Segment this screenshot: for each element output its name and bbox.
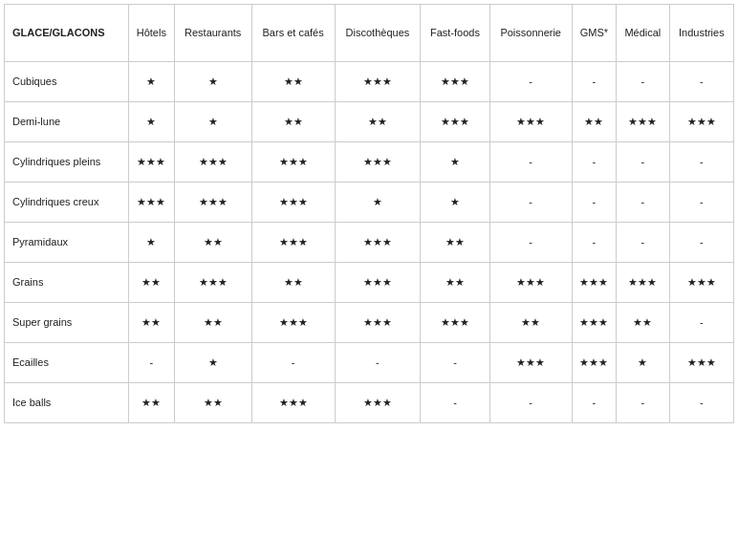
row-label: Demi-lune	[5, 102, 129, 142]
row-cell: ★★★	[669, 102, 733, 142]
table-row: Super grains★★★★★★★★★★★★★★★★★★★★-	[5, 303, 734, 343]
row-cell: ★★★	[335, 263, 421, 303]
row-label: Cylindriques creux	[5, 183, 129, 223]
row-cell: ★★★	[251, 142, 335, 183]
row-cell: ★★	[174, 303, 251, 343]
col-header-gms: GMS*	[572, 5, 616, 62]
row-cell: -	[335, 343, 421, 383]
row-cell: -	[572, 183, 616, 223]
row-cell: ★★	[489, 303, 572, 343]
row-cell: ★★	[174, 223, 251, 263]
row-cell: ★★★	[617, 102, 670, 142]
col-header-product: GLACE/GLACONS	[5, 5, 129, 62]
row-cell: ★★★	[335, 142, 421, 183]
row-cell: -	[617, 183, 670, 223]
row-cell: -	[669, 383, 733, 423]
row-cell: ★★★	[489, 102, 572, 142]
row-cell: -	[489, 62, 572, 102]
row-label: Ecailles	[5, 343, 129, 383]
row-cell: ★	[421, 142, 489, 183]
col-header-industries: Industries	[669, 5, 733, 62]
row-cell: -	[128, 343, 174, 383]
row-cell: ★★★	[489, 343, 572, 383]
row-cell: -	[617, 62, 670, 102]
row-cell: ★★★	[572, 343, 616, 383]
row-cell: ★★★	[174, 263, 251, 303]
row-label: Cubiques	[5, 62, 129, 102]
row-cell: -	[617, 142, 670, 183]
row-cell: ★★	[251, 62, 335, 102]
row-cell: -	[572, 223, 616, 263]
row-cell: -	[489, 142, 572, 183]
row-cell: ★★	[617, 303, 670, 343]
row-label: Ice balls	[5, 383, 129, 423]
row-cell: ★★★	[128, 183, 174, 223]
table-row: Ecailles-★---★★★★★★★★★★	[5, 343, 734, 383]
row-cell: ★★★	[335, 383, 421, 423]
table-row: Cylindriques creux★★★★★★★★★★★----	[5, 183, 734, 223]
row-label: Grains	[5, 263, 129, 303]
row-cell: ★★★	[174, 142, 251, 183]
row-cell: -	[489, 383, 572, 423]
row-cell: ★★★	[421, 303, 489, 343]
row-cell: ★★★	[335, 303, 421, 343]
row-cell: -	[617, 383, 670, 423]
row-cell: ★★★	[669, 343, 733, 383]
row-cell: -	[669, 142, 733, 183]
col-header-medical: Médical	[617, 5, 670, 62]
row-cell: ★★★	[251, 223, 335, 263]
row-cell: -	[489, 223, 572, 263]
row-cell: -	[669, 62, 733, 102]
row-cell: ★★	[251, 263, 335, 303]
row-cell: ★★★	[335, 223, 421, 263]
row-cell: ★★	[128, 383, 174, 423]
row-cell: ★★★	[421, 62, 489, 102]
row-cell: ★★★	[335, 62, 421, 102]
row-cell: ★★★	[421, 102, 489, 142]
row-cell: ★★★	[251, 383, 335, 423]
table-row: Grains★★★★★★★★★★★★★★★★★★★★★★★★	[5, 263, 734, 303]
row-cell: -	[572, 62, 616, 102]
row-cell: ★	[174, 102, 251, 142]
row-cell: ★★	[421, 263, 489, 303]
row-cell: ★	[128, 223, 174, 263]
col-header-discotheques: Discothèques	[335, 5, 421, 62]
row-cell: ★★★	[251, 303, 335, 343]
row-cell: -	[572, 383, 616, 423]
col-header-bars: Bars et cafés	[251, 5, 335, 62]
row-cell: ★	[617, 343, 670, 383]
row-cell: ★★★	[489, 263, 572, 303]
row-cell: ★★★	[572, 303, 616, 343]
row-cell: ★	[174, 343, 251, 383]
row-cell: -	[421, 343, 489, 383]
table-row: Demi-lune★★★★★★★★★★★★★★★★★★★★	[5, 102, 734, 142]
row-cell: ★★★	[669, 263, 733, 303]
col-header-restaurants: Restaurants	[174, 5, 251, 62]
row-cell: ★	[421, 183, 489, 223]
col-header-poissonnerie: Poissonnerie	[489, 5, 572, 62]
row-cell: ★★★	[174, 183, 251, 223]
row-cell: -	[489, 183, 572, 223]
row-cell: -	[572, 142, 616, 183]
row-cell: ★	[174, 62, 251, 102]
row-cell: ★★	[251, 102, 335, 142]
row-cell: ★★	[421, 223, 489, 263]
row-label: Cylindriques pleins	[5, 142, 129, 183]
row-cell: -	[251, 343, 335, 383]
row-cell: -	[669, 183, 733, 223]
row-cell: ★★★	[128, 142, 174, 183]
row-cell: ★★	[128, 303, 174, 343]
row-cell: ★★	[128, 263, 174, 303]
row-cell: ★★★	[251, 183, 335, 223]
row-label: Super grains	[5, 303, 129, 343]
row-cell: ★	[128, 62, 174, 102]
table-row: Cylindriques pleins★★★★★★★★★★★★★----	[5, 142, 734, 183]
col-header-hotels: Hôtels	[128, 5, 174, 62]
row-cell: -	[421, 383, 489, 423]
ice-table: GLACE/GLACONS Hôtels Restaurants Bars et…	[4, 4, 734, 423]
row-cell: -	[617, 223, 670, 263]
table-row: Ice balls★★★★★★★★★★-----	[5, 383, 734, 423]
row-cell: ★★	[174, 383, 251, 423]
row-cell: ★★★	[572, 263, 616, 303]
table-row: Pyramidaux★★★★★★★★★★★----	[5, 223, 734, 263]
